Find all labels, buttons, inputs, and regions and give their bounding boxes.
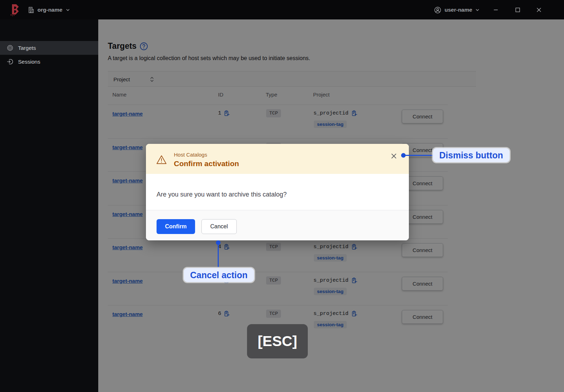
dismiss-button[interactable] bbox=[390, 152, 398, 160]
sidebar-item-sessions[interactable]: Sessions bbox=[0, 55, 98, 69]
target-icon bbox=[7, 45, 13, 51]
user-menu[interactable]: user-name bbox=[434, 5, 480, 15]
modal-eyebrow: Host Catalogs bbox=[174, 152, 207, 158]
sidebar-item-targets[interactable]: Targets bbox=[0, 41, 98, 55]
org-switcher[interactable]: org-name bbox=[28, 5, 70, 15]
minimize-icon bbox=[493, 7, 499, 13]
user-icon bbox=[434, 6, 441, 14]
confirm-button[interactable]: Confirm bbox=[157, 219, 195, 234]
sidebar-item-label: Sessions bbox=[18, 59, 40, 65]
org-name-label: org-name bbox=[37, 7, 63, 13]
main-content: Targets A target is a logical collection… bbox=[98, 19, 564, 392]
titlebar: org-name user-name bbox=[0, 0, 564, 19]
dismiss-annotation-line bbox=[403, 155, 434, 156]
minimize-button[interactable] bbox=[493, 7, 499, 13]
modal-title: Confirm activation bbox=[174, 159, 239, 168]
sidebar: Targets Sessions bbox=[0, 19, 98, 392]
building-icon bbox=[28, 6, 34, 13]
confirm-modal: Host Catalogs Confirm activation Are you… bbox=[146, 144, 409, 240]
dismiss-annotation-label: Dismiss button bbox=[433, 148, 510, 162]
chevron-down-icon bbox=[66, 8, 70, 12]
maximize-icon bbox=[515, 7, 521, 13]
warning-icon bbox=[156, 155, 167, 165]
boundary-logo bbox=[10, 4, 22, 16]
modal-body-text: Are you sure you want to archive this ca… bbox=[157, 191, 287, 198]
window-close-button[interactable] bbox=[536, 7, 542, 13]
modal-header: Host Catalogs Confirm activation bbox=[146, 144, 409, 174]
cancel-annotation-label: Cancel action bbox=[184, 268, 254, 282]
sidebar-item-label: Targets bbox=[18, 45, 36, 51]
cancel-annotation-line bbox=[218, 245, 219, 267]
close-icon bbox=[390, 153, 397, 159]
user-name-label: user-name bbox=[445, 7, 472, 13]
chevron-down-icon bbox=[475, 8, 480, 12]
esc-key-hint: [ESC] bbox=[247, 324, 308, 358]
cancel-button[interactable]: Cancel bbox=[201, 219, 237, 234]
maximize-button[interactable] bbox=[515, 7, 521, 13]
modal-footer: Confirm Cancel bbox=[146, 210, 409, 240]
sign-in-icon bbox=[7, 58, 13, 65]
close-icon bbox=[536, 7, 542, 13]
